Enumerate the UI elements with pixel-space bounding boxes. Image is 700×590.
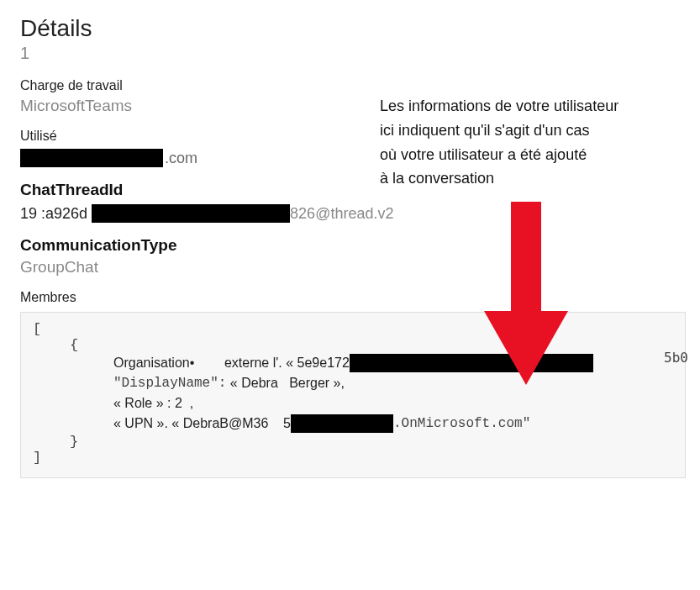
json-open-brace: {: [70, 337, 673, 353]
annotation-line: ici indiquent qu'il s'agit d'un cas: [380, 119, 666, 143]
commtype-value: GroupChat: [20, 258, 680, 277]
svg-marker-1: [484, 311, 568, 385]
annotation-text: Les informations de votre utilisateur ic…: [380, 94, 666, 191]
annotation-line: où votre utilisateur a été ajouté: [380, 143, 666, 167]
page-title: Détails: [20, 15, 680, 42]
annotation-line: Les informations de votre utilisateur: [380, 94, 666, 119]
annotation-line: à la conversation: [380, 166, 666, 191]
redacted-block: [291, 414, 393, 433]
redacted-block: [20, 149, 163, 167]
json-role-line: « Role » : 2 ,: [113, 393, 673, 414]
members-label: Membres: [20, 290, 680, 305]
commtype-field: CommunicationType GroupChat: [20, 236, 680, 277]
members-json-block: [ { Organisation• externe l'. « 5e9e172 …: [20, 312, 686, 478]
json-open-bracket: [: [33, 321, 673, 337]
json-upn-line: « UPN ». « DebraB@M36 5 .OnMicrosoft.com…: [113, 414, 673, 434]
members-field: Membres: [20, 290, 680, 305]
chatthread-suffix: 826@thread.v2: [290, 205, 393, 223]
red-arrow-icon: [484, 202, 568, 387]
json-close-bracket: ]: [33, 450, 673, 466]
json-org-line: Organisation• externe l'. « 5e9e172: [113, 353, 673, 373]
workload-label: Charge de travail: [20, 78, 680, 93]
page-count: 1: [20, 44, 680, 63]
redacted-block: [92, 204, 290, 223]
svg-rect-0: [511, 202, 541, 319]
chatthread-prefix: 19 :a926d: [20, 205, 87, 223]
commtype-label: CommunicationType: [20, 236, 680, 255]
json-displayname-line: "DisplayName": « Debra Berger »,: [113, 373, 673, 393]
used-suffix: .com: [165, 150, 197, 167]
json-org-overflow: 5b0: [664, 350, 688, 366]
json-close-brace: }: [70, 434, 673, 450]
